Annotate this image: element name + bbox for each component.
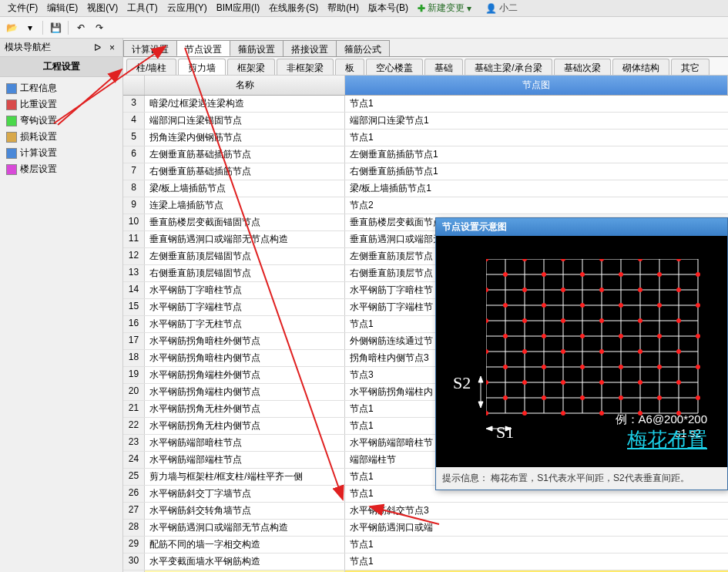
table-row[interactable]: 7右侧垂直筋基础插筋节点右侧垂直筋插筋节点1 bbox=[123, 163, 728, 180]
svg-marker-90 bbox=[478, 376, 483, 382]
menu-online[interactable]: 在线服务(S) bbox=[264, 2, 323, 15]
cell-node[interactable]: 梁/板上墙插筋节点1 bbox=[345, 180, 728, 197]
undo-icon[interactable]: ↶ bbox=[72, 19, 89, 36]
table-row[interactable]: 5拐角连梁内侧钢筋节点节点1 bbox=[123, 130, 728, 146]
sidebar-item-5[interactable]: 楼层设置 bbox=[0, 161, 122, 177]
cell-node[interactable]: 水平钢筋遇洞口或端 bbox=[345, 520, 728, 536]
tab-2[interactable]: 箍筋设置 bbox=[230, 40, 283, 56]
popup-diagram: S2 S1 例：A6@200*200 s1 s2 梅花布置 bbox=[436, 236, 727, 467]
cell-name: 端部洞口连梁锚固节点 bbox=[145, 113, 345, 129]
table-row[interactable]: 29配筋不同的墙一字相交构造节点1 bbox=[123, 537, 728, 553]
table-row[interactable]: 8梁/板上墙插筋节点梁/板上墙插筋节点1 bbox=[123, 180, 728, 197]
cell-node[interactable]: 节点1 bbox=[345, 96, 728, 112]
cell-num: 3 bbox=[123, 96, 145, 112]
cell-name: 水平钢筋丁字无柱节点 bbox=[145, 316, 345, 332]
new-change-button[interactable]: ✚ 新建变更 ▾ bbox=[413, 2, 476, 15]
cell-node[interactable]: 右侧垂直筋插筋节点1 bbox=[345, 163, 728, 180]
cell-name: 左侧垂直筋基础插筋节点 bbox=[145, 146, 345, 163]
menubar: 文件(F) 编辑(E) 视图(V) 工具(T) 云应用(Y) BIM应用(I) … bbox=[0, 0, 728, 17]
node-diagram-popup: 节点设置示意图 S2 S1 例：A6@200*200 s1 s2 梅花布置 bbox=[435, 217, 728, 490]
cell-num: 16 bbox=[123, 316, 145, 332]
tab-0[interactable]: 计算设置 bbox=[123, 40, 177, 56]
toolbar: 📂 ▾ 💾 ↶ ↷ bbox=[0, 17, 728, 39]
subtab-1[interactable]: 剪力墙 bbox=[178, 59, 226, 75]
svg-marker-94 bbox=[505, 426, 512, 431]
cell-name: 水平钢筋丁字暗柱节点 bbox=[145, 282, 345, 298]
sidebar-title: 工程设置 bbox=[0, 57, 122, 77]
table-row[interactable]: 27水平钢筋斜交转角墙节点水平钢筋斜交节点3 bbox=[123, 503, 728, 520]
menu-tools[interactable]: 工具(T) bbox=[122, 2, 162, 15]
menu-file[interactable]: 文件(F) bbox=[3, 2, 42, 15]
tab-4[interactable]: 箍筋公式 bbox=[336, 40, 390, 56]
subtab-6[interactable]: 基础 bbox=[424, 59, 463, 75]
cell-name: 水平钢筋拐角暗柱内侧节点 bbox=[145, 350, 345, 366]
open-icon[interactable]: 📂 bbox=[3, 19, 20, 36]
subtab-9[interactable]: 砌体结构 bbox=[612, 59, 669, 75]
tree-item-icon bbox=[6, 148, 17, 159]
plus-icon: ✚ bbox=[418, 3, 425, 14]
cell-name: 水平钢筋斜交转角墙节点 bbox=[145, 503, 345, 519]
tree-item-icon bbox=[6, 164, 17, 175]
menu-help[interactable]: 帮助(H) bbox=[323, 2, 364, 15]
cell-num: 23 bbox=[123, 435, 145, 451]
table-row[interactable]: 28水平钢筋遇洞口或端部无节点构造水平钢筋遇洞口或端 bbox=[123, 520, 728, 537]
sidebar-item-2[interactable]: 弯钩设置 bbox=[0, 113, 122, 129]
cell-node[interactable]: 水平钢筋斜交节点3 bbox=[345, 503, 728, 519]
cell-name: 水平钢筋端部端柱节点 bbox=[145, 452, 345, 468]
menu-edit[interactable]: 编辑(E) bbox=[42, 2, 82, 15]
tree-item-label: 损耗设置 bbox=[20, 130, 57, 143]
menu-version[interactable]: 版本号(B) bbox=[364, 2, 413, 15]
user-button[interactable]: 👤 小二 bbox=[481, 2, 522, 15]
subtab-2[interactable]: 框架梁 bbox=[227, 59, 275, 75]
cell-name: 水平钢筋拐角端柱外侧节点 bbox=[145, 367, 345, 383]
menu-cloud[interactable]: 云应用(Y) bbox=[163, 2, 212, 15]
cell-num: 22 bbox=[123, 418, 145, 434]
table-row[interactable]: 3暗梁/过框梁遇连梁构造节点1 bbox=[123, 96, 728, 113]
subtab-3[interactable]: 非框架梁 bbox=[277, 59, 334, 75]
subtab-4[interactable]: 板 bbox=[335, 59, 364, 75]
tree-item-label: 弯钩设置 bbox=[20, 114, 57, 127]
pin-icon[interactable]: ᐅ bbox=[91, 42, 104, 53]
tab-3[interactable]: 搭接设置 bbox=[283, 40, 337, 56]
tree-item-label: 计算设置 bbox=[20, 146, 57, 160]
cell-name: 水平钢筋拐角无柱外侧节点 bbox=[145, 401, 345, 417]
cell-name: 梁/板上墙插筋节点 bbox=[145, 180, 345, 197]
user-label: 小二 bbox=[499, 2, 518, 15]
dropdown-icon[interactable]: ▾ bbox=[22, 19, 39, 36]
cell-num: 8 bbox=[123, 180, 145, 197]
subtab-7[interactable]: 基础主梁/承台梁 bbox=[465, 59, 552, 75]
cell-node[interactable]: 左侧垂直筋插筋节点1 bbox=[345, 146, 728, 163]
sidebar-item-1[interactable]: 比重设置 bbox=[0, 96, 122, 113]
redo-icon[interactable]: ↷ bbox=[91, 19, 108, 36]
cell-node[interactable]: 节点1 bbox=[345, 553, 728, 570]
cell-num: 18 bbox=[123, 350, 145, 366]
subtab-5[interactable]: 空心楼盖 bbox=[366, 59, 423, 75]
tree-item-label: 比重设置 bbox=[20, 98, 57, 111]
sidebar-item-3[interactable]: 损耗设置 bbox=[0, 129, 122, 145]
table-row[interactable]: 6左侧垂直筋基础插筋节点左侧垂直筋插筋节点1 bbox=[123, 146, 728, 163]
cell-node[interactable]: 节点1 bbox=[345, 537, 728, 553]
cell-name: 右侧垂直筋基础插筋节点 bbox=[145, 163, 345, 180]
cell-node[interactable]: 端部洞口连梁节点1 bbox=[345, 113, 728, 129]
cell-node[interactable]: 节点1 bbox=[345, 130, 728, 146]
menu-view[interactable]: 视图(V) bbox=[82, 2, 122, 15]
close-icon[interactable]: × bbox=[106, 42, 118, 53]
grid-header: 名称 节点图 bbox=[123, 76, 728, 96]
cell-node[interactable]: 节点2 bbox=[345, 197, 728, 214]
table-row[interactable]: 30水平变截面墙水平钢筋构造节点1 bbox=[123, 553, 728, 570]
save-icon[interactable]: 💾 bbox=[47, 19, 64, 36]
subtab-8[interactable]: 基础次梁 bbox=[554, 59, 611, 75]
cell-name: 水平钢筋拐角暗柱外侧节点 bbox=[145, 333, 345, 349]
grid-header-name: 名称 bbox=[145, 76, 345, 95]
subtab-10[interactable]: 其它 bbox=[671, 59, 710, 75]
tree-item-icon bbox=[6, 83, 17, 94]
cell-num: 12 bbox=[123, 248, 145, 264]
menu-bim[interactable]: BIM应用(I) bbox=[212, 2, 265, 15]
tab-1[interactable]: 节点设置 bbox=[176, 40, 230, 56]
table-row[interactable]: 9连梁上墙插筋节点节点2 bbox=[123, 197, 728, 214]
cell-num: 11 bbox=[123, 231, 145, 247]
table-row[interactable]: 4端部洞口连梁锚固节点端部洞口连梁节点1 bbox=[123, 113, 728, 130]
sidebar-item-0[interactable]: 工程信息 bbox=[0, 80, 122, 96]
subtab-0[interactable]: 柱/墙柱 bbox=[126, 59, 176, 75]
sidebar-item-4[interactable]: 计算设置 bbox=[0, 145, 122, 161]
